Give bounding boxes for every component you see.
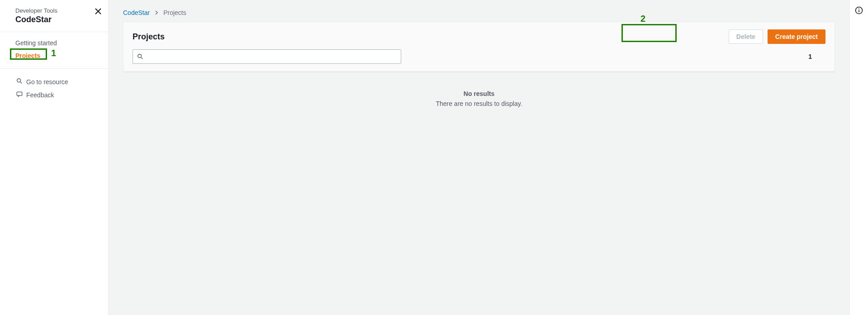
empty-title: No results [118,90,840,97]
main-content: CodeStar Projects Projects Delete Create… [109,0,850,315]
svg-point-0 [17,79,21,82]
nav-projects[interactable]: Projects [0,49,108,62]
breadcrumb-current: Projects [163,9,186,16]
breadcrumb: CodeStar Projects [109,0,849,22]
search-icon [16,78,23,86]
svg-rect-1 [17,92,22,95]
chevron-right-icon [154,9,159,16]
info-panel-toggle[interactable] [855,6,863,16]
feedback-label: Feedback [26,91,54,99]
pagination: 1 [795,53,825,60]
panel-actions: Delete Create project [729,29,825,44]
breadcrumb-root[interactable]: CodeStar [123,9,150,16]
feedback-link[interactable]: Feedback [0,88,108,101]
svg-point-4 [859,9,859,10]
sidebar-header: Developer Tools CodeStar [0,0,108,32]
empty-subtitle: There are no results to display. [118,100,840,107]
nav-getting-started[interactable]: Getting started [0,37,108,49]
page-prev-button[interactable] [795,53,802,60]
sidebar-nav: Getting started Projects [0,32,108,69]
sidebar-footer: Go to resource Feedback [0,69,108,108]
panel-title: Projects [133,32,165,42]
right-rail [850,0,868,315]
panel-header: Projects Delete Create project [123,22,835,72]
page-next-button[interactable] [818,53,825,60]
create-project-button[interactable]: Create project [768,29,825,44]
search-field [133,49,401,64]
empty-state: No results There are no results to displ… [109,72,849,129]
go-to-resource-label: Go to resource [26,78,68,86]
close-sidebar-button[interactable] [94,7,103,16]
search-input[interactable] [133,49,401,64]
go-to-resource-link[interactable]: Go to resource [0,75,108,88]
projects-panel: Projects Delete Create project [123,22,835,72]
sidebar: Developer Tools CodeStar Getting started… [0,0,109,315]
service-title: CodeStar [15,15,99,24]
info-icon [855,9,863,16]
close-icon [95,8,102,16]
page-number: 1 [808,53,812,60]
feedback-icon [16,91,23,99]
service-group-label: Developer Tools [15,7,99,14]
delete-button[interactable]: Delete [729,29,763,44]
